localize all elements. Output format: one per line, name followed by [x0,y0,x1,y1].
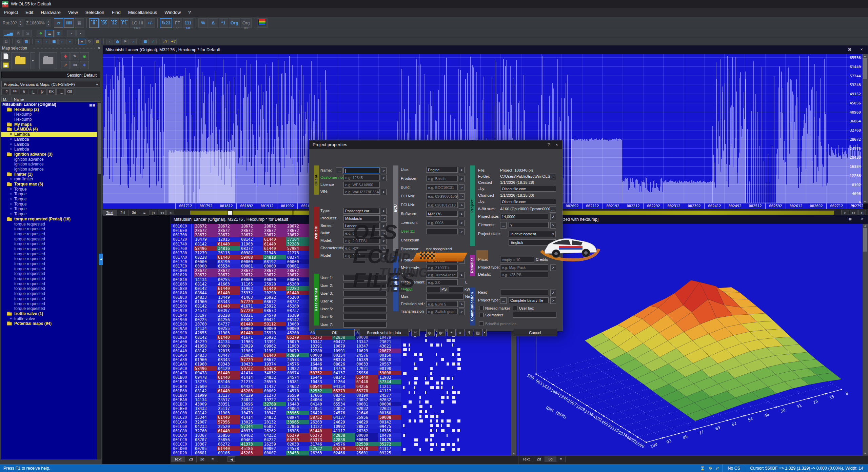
hex-cell[interactable]: 00001 [240,264,263,268]
engine-displacement-input[interactable]: e.g. 2.0 [426,279,458,285]
hex-cell[interactable]: 16446 [309,362,332,366]
filter-button-off[interactable]: Off [65,88,74,95]
open-project-button[interactable] [12,52,29,69]
hex-cell[interactable]: 24629 [332,420,355,424]
vehicle-characteristic-5-arrow-button[interactable]: > [381,245,387,252]
hex-cell[interactable]: 04137 [332,371,355,375]
hex-cell[interactable]: 00001 [355,402,378,406]
hex-cell[interactable]: 61440 [217,242,240,246]
hex-cell[interactable]: 10433 [309,379,332,384]
project-by-input[interactable]: Olsecufile.com [500,186,556,192]
ecu-ecu-nr-4-arrow-button[interactable]: > [459,202,465,209]
hex-cell[interactable]: 26428 [309,411,332,415]
hex-cell[interactable]: 16389 [286,313,309,317]
hex-cell[interactable]: 37600 [194,384,217,389]
hex-cell[interactable]: 02033 [286,442,309,446]
hex-cell[interactable]: 09962 [263,344,286,348]
hex-cell[interactable]: 28672 [263,233,286,237]
hex-cell[interactable]: 65279 [286,433,309,437]
map-export-button[interactable]: ↗ [61,61,70,69]
hex-cell[interactable]: 45200 [286,331,309,335]
hex-cell[interactable]: 08142 [194,242,217,246]
hex-cell[interactable]: 21343 [263,251,286,255]
project-folder-dots-button[interactable]: … [550,174,556,180]
hex-cell[interactable]: 14134 [194,277,217,282]
hex-cell[interactable]: 21279 [194,251,217,255]
hex-cell[interactable]: 22031 [378,406,401,411]
hex-cell[interactable]: 28672 [263,228,286,233]
hex-cell[interactable]: 00982 [240,251,263,255]
hexdump-graph-titlebar[interactable]: Mitsubishi Lancer (Original), M32176 , H… [103,45,868,54]
hex-cell[interactable]: 25922 [263,335,286,339]
download-web-button[interactable]: ◍↓ [426,329,435,336]
tree-folder-my-maps[interactable]: My maps [1,122,97,127]
hex-cell[interactable]: 00009 [286,326,309,331]
hex-cell[interactable]: 01960 [194,357,217,362]
hex-cell[interactable]: 25856 [217,433,240,437]
hex-cell[interactable]: 26432 [240,406,263,411]
tree-map-lambda[interactable]: ✳Lambda [1,147,97,152]
hex-cell[interactable]: 08142 [194,304,217,308]
hex-cell[interactable]: 45200 [286,295,309,299]
hex-cell[interactable]: 28672 [217,224,240,228]
tree-map-lambda[interactable]: ✳Lambda [1,132,97,137]
engine-type-input[interactable]: e.g. Turbo-Diesel [426,272,458,278]
tree-map-torque[interactable]: ✳Torque [1,212,97,217]
comm-read-arrow-button[interactable]: > [550,290,556,296]
hex-cell[interactable]: 12015 [217,349,240,353]
sync-windows[interactable]: ↻ [86,39,93,44]
hex-cell[interactable]: 04140 [309,402,332,406]
user-3-input[interactable] [343,291,387,296]
hex-cell[interactable]: 13125 [217,384,240,389]
client-name-dots-button[interactable]: … [336,168,342,174]
hex-cell[interactable]: 08374 [286,255,309,259]
hex-cell[interactable]: 57344 [378,379,401,384]
hex-cell[interactable]: 45279 [286,397,309,402]
hex-cell[interactable]: 09225 [378,451,401,455]
hex-cell[interactable]: 11903 [217,411,240,415]
hex-cell[interactable]: 32768 [263,402,286,406]
comm-project-type-arrow-button[interactable]: > [550,297,556,304]
hex-cell[interactable]: 09106 [217,451,240,455]
column-m[interactable]: M. [2,97,12,101]
tree-item-torque-requested[interactable]: torque requested [1,286,97,291]
hex-cell[interactable]: 41373 [240,442,263,446]
tree-map-rpm-limiter[interactable]: ✳rpm limiter [1,177,97,182]
hex-cell[interactable]: 23052 [355,397,378,402]
vehicle-characteristic-5-input[interactable]: e.g. R20 [343,245,380,251]
tree-item-torque-requested[interactable]: torque requested [1,276,97,281]
tree-item-hexdump[interactable]: Hexdump [1,117,97,122]
hex-cell[interactable]: 08673 [263,308,286,313]
hex-cell[interactable]: 05027 [263,424,286,429]
hex-cell[interactable]: 08487 [240,317,263,322]
sidebar-collapse-handle[interactable]: ◀ [99,254,103,265]
hex-cell[interactable]: 61440 [263,242,286,246]
difference-view[interactable]: Δ [209,18,218,28]
hex-cell[interactable]: 28672 [240,224,263,228]
engine-producer-input[interactable]: e.g. Deutz [426,257,458,263]
vehicle-model-6-arrow-button[interactable]: > [381,253,387,259]
user-2-input[interactable] [343,283,387,289]
hex-cell[interactable]: 09478 [194,371,217,375]
hex-cell[interactable]: 11903 [240,339,263,344]
hex-cell[interactable]: 57984 [286,246,309,251]
hex-cell[interactable]: 61440 [355,375,378,379]
hex-cell[interactable]: 41117 [332,429,355,433]
hex-cell[interactable]: 32532 [309,446,332,451]
hex-cell[interactable]: 41414 [240,371,263,375]
hex-cell[interactable]: 32007 [194,420,217,424]
vehicle-type-0-arrow-button[interactable]: > [381,208,387,214]
hex-cell[interactable]: 41663 [217,282,240,286]
hex-cell[interactable]: 08672 [263,299,286,304]
hex-cell[interactable]: 25922 [263,304,286,308]
map-3d-plot[interactable]: 5009611423188423462807326937304192465351… [519,224,868,455]
project-elements-dots-button[interactable]: … [500,222,507,229]
tab-text[interactable]: Text [171,456,185,462]
hex-cell[interactable]: 10992 [332,424,355,429]
hex-cell[interactable]: 00477 [332,339,355,344]
tree-item-torque-requested[interactable]: torque requested [1,261,97,267]
ecu-ecu-nr-3-input[interactable]: e.g. 03G906016GN [426,193,458,199]
hex-cell[interactable]: 57729 [240,308,263,313]
hex-cell[interactable]: 25956 [355,415,378,419]
map-3d-titlebar[interactable]: zed with hexdump] ⊠ × [519,215,868,224]
